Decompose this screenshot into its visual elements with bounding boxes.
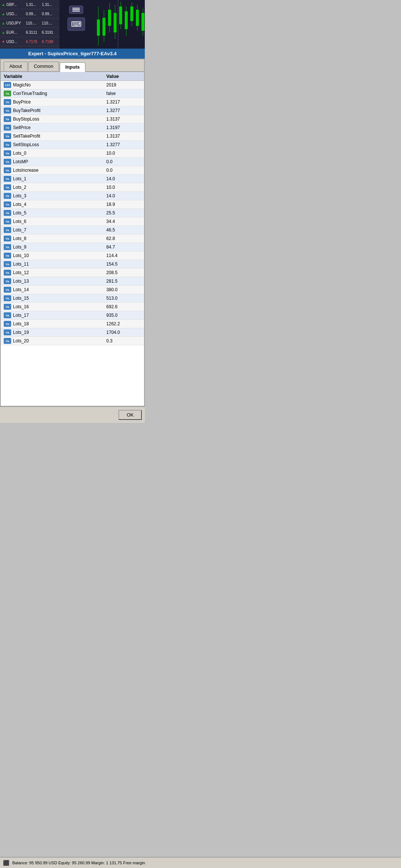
- variable-name: Lots_15: [13, 296, 29, 301]
- variable-cell: VaBuyPrice: [1, 98, 103, 106]
- value-cell: 14.0: [103, 175, 144, 183]
- direction-arrow: ▲: [1, 3, 5, 7]
- variable-icon: Va: [4, 338, 11, 344]
- table-row[interactable]: VaBuyTakeProfit1.3277: [1, 106, 144, 115]
- params-table-wrapper[interactable]: Variable Value 123MagicNo2019VaConTinueT…: [1, 72, 144, 406]
- variable-cell: VaLots_10: [1, 251, 103, 260]
- ask-value: 0.99...: [42, 12, 58, 16]
- tab-about[interactable]: About: [4, 62, 27, 71]
- variable-name: Lots_10: [13, 253, 29, 258]
- table-row[interactable]: VaLots_114.0: [1, 175, 144, 183]
- variable-cell: VaBuyTakeProfit: [1, 106, 103, 115]
- svg-rect-12: [125, 11, 128, 29]
- variable-name: SellStopLoss: [13, 142, 39, 147]
- table-row[interactable]: VaLots_15513.0: [1, 294, 144, 303]
- table-row[interactable]: VaLots_746.5: [1, 226, 144, 234]
- variable-name: Lots_9: [13, 244, 26, 250]
- table-header: Variable Value: [1, 72, 144, 81]
- variable-cell: 123MagicNo: [1, 81, 103, 89]
- table-row[interactable]: VaLots_13281.5: [1, 277, 144, 286]
- variable-cell: VaLots_16: [1, 303, 103, 311]
- variable-icon: Va: [4, 287, 11, 293]
- value-cell: 513.0: [103, 294, 144, 303]
- variable-name: Lots_18: [13, 321, 29, 326]
- table-row[interactable]: VaSellTakeProfit1.3137: [1, 132, 144, 141]
- table-row[interactable]: VaLots_210.0: [1, 183, 144, 192]
- table-row[interactable]: VaLots_191704.0: [1, 328, 144, 337]
- table-row[interactable]: VaLots_314.0: [1, 192, 144, 200]
- variable-icon: Va: [4, 116, 11, 122]
- ask-value: 1.31...: [42, 3, 58, 7]
- table-row[interactable]: VaLots_14380.0: [1, 286, 144, 294]
- table-row[interactable]: VaLots_862.8: [1, 234, 144, 243]
- direction-arrow: ▲: [1, 21, 5, 25]
- table-row[interactable]: VaLots_200.3: [1, 337, 144, 345]
- variable-name: BuyPrice: [13, 99, 31, 105]
- table-row[interactable]: VaLots_418.9: [1, 200, 144, 209]
- table-row[interactable]: VaLots_17935.0: [1, 311, 144, 320]
- table-row[interactable]: VaLots_12208.5: [1, 269, 144, 277]
- variable-icon: Va: [4, 142, 11, 148]
- value-cell: 208.5: [103, 269, 144, 277]
- tab-inputs[interactable]: Inputs: [60, 62, 85, 72]
- keyboard-button[interactable]: ⌨: [68, 17, 85, 31]
- dialog-content: AboutCommonInputs Variable Value 123Magi…: [0, 59, 145, 407]
- ask-value: 110....: [42, 21, 58, 25]
- table-row[interactable]: VaLots_010.0: [1, 149, 144, 158]
- variable-cell: VaLots_0: [1, 149, 103, 158]
- table-row[interactable]: VaBuyPrice1.3217: [1, 98, 144, 106]
- table-row[interactable]: VaConTinueTradingfalse: [1, 89, 144, 98]
- variable-name: Lots_4: [13, 202, 26, 207]
- value-cell: 692.6: [103, 303, 144, 311]
- variable-cell: VaLotsIncrease: [1, 166, 103, 175]
- ok-area: OK: [0, 407, 145, 423]
- svg-rect-14: [130, 6, 133, 21]
- ok-button[interactable]: OK: [118, 410, 142, 420]
- value-cell: false: [103, 89, 144, 98]
- top-trading-panel: ▲GBP...1.31...1.31...▲USD...0.99...0.99.…: [0, 0, 145, 49]
- value-cell: 34.4: [103, 217, 144, 226]
- value-cell: 46.5: [103, 226, 144, 234]
- symbol-label: EUR...: [6, 30, 26, 34]
- variable-name: LotsMP: [13, 159, 28, 164]
- value-cell: 114.4: [103, 251, 144, 260]
- table-row[interactable]: VaLots_10114.4: [1, 251, 144, 260]
- variable-cell: VaSellPrice: [1, 124, 103, 132]
- variable-icon: Va: [4, 184, 11, 190]
- variable-icon: Va: [4, 236, 11, 241]
- table-row[interactable]: VaLots_16692.6: [1, 303, 144, 311]
- variable-cell: VaLots_15: [1, 294, 103, 303]
- table-row[interactable]: VaBuyStopLoss1.3137: [1, 115, 144, 124]
- keyboard-icon: ⌨: [71, 20, 82, 29]
- table-row[interactable]: VaLots_525.5: [1, 209, 144, 217]
- value-cell: 18.9: [103, 200, 144, 209]
- hamburger-line-2: [72, 9, 80, 10]
- trading-row: ▲GBP...1.31...1.31...: [0, 0, 59, 9]
- symbol-label: GBP...: [6, 3, 26, 7]
- table-row[interactable]: VaLotsIncrease0.0: [1, 166, 144, 175]
- table-row[interactable]: VaLots_984.7: [1, 243, 144, 251]
- chart-area: [93, 0, 145, 49]
- table-row[interactable]: VaLots_11154.5: [1, 260, 144, 269]
- table-row[interactable]: VaLots_634.4: [1, 217, 144, 226]
- variable-cell: VaLots_17: [1, 311, 103, 320]
- variable-name: Lots_7: [13, 227, 26, 233]
- variable-name: Lots_13: [13, 279, 29, 284]
- table-row[interactable]: VaLotsMP0.0: [1, 158, 144, 166]
- tab-common[interactable]: Common: [28, 62, 59, 71]
- trading-row: ▲EUR...6.31116.3191: [0, 28, 59, 37]
- value-cell: 2019: [103, 81, 144, 89]
- hamburger-menu-button[interactable]: [69, 6, 83, 14]
- value-cell: 14.0: [103, 192, 144, 200]
- value-cell: 1.3277: [103, 141, 144, 149]
- variable-name: Lots_17: [13, 313, 29, 318]
- variable-cell: VaLots_1: [1, 175, 103, 183]
- variable-cell: VaLots_6: [1, 217, 103, 226]
- variable-icon: Va: [4, 201, 11, 207]
- table-row[interactable]: VaSellStopLoss1.3277: [1, 141, 144, 149]
- table-row[interactable]: 123MagicNo2019: [1, 81, 144, 89]
- dialog-title: Expert - SuplexPrices_tiger777-EAv3.4: [28, 51, 117, 56]
- params-table: Variable Value 123MagicNo2019VaConTinueT…: [1, 72, 144, 345]
- table-row[interactable]: VaLots_181262.2: [1, 320, 144, 328]
- table-row[interactable]: VaSellPrice1.3197: [1, 124, 144, 132]
